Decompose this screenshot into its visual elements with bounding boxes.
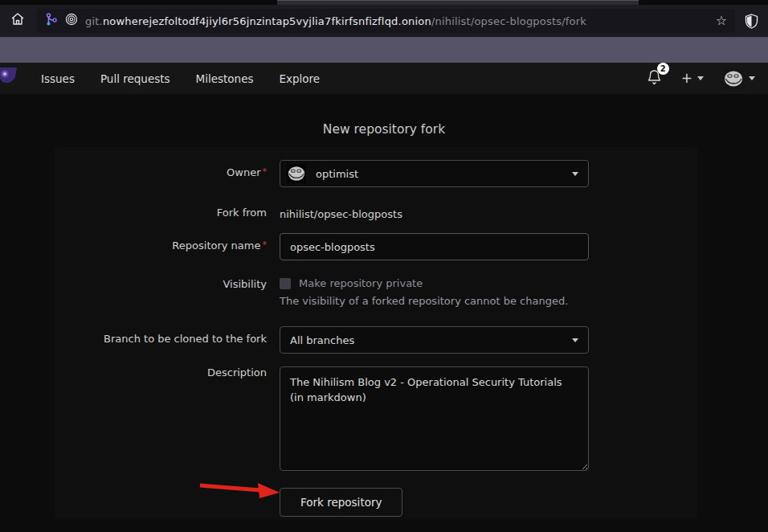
fork-from-row: Fork from nihilist/opsec-blogposts [55,203,697,223]
chevron-down-icon [572,338,578,342]
fork-from-label: Fork from [55,203,267,223]
page-content: New repository fork Owner* [0,94,768,532]
required-marker: * [263,166,268,177]
owner-selected-value: optimist [316,168,358,180]
page-title: New repository fork [0,122,768,137]
url-prefix: git. [85,15,103,27]
create-new-menu[interactable]: + [681,72,704,85]
site-logo[interactable] [0,64,25,93]
user-menu[interactable] [723,68,755,89]
submit-row: Fork repository [55,488,697,517]
nav-item-pull-requests[interactable]: Pull requests [100,72,170,85]
page-top-banner [0,37,768,63]
description-textarea[interactable]: The Nihilism Blog v2 - Operational Secur… [280,366,589,471]
fork-repository-button[interactable]: Fork repository [280,488,402,517]
private-checkbox-label: Make repository private [299,277,423,289]
url-bar[interactable]: git.nowherejezfoltodf4jiyl6r56jnzintap5v… [37,9,735,33]
visibility-label: Visibility [55,273,267,307]
bookmark-star-icon[interactable]: ☆ [716,14,727,27]
visibility-help-text: The visibility of a forked repository ca… [280,295,589,307]
nav-item-issues[interactable]: Issues [41,72,75,85]
visibility-row: Visibility Make repository private The v… [55,273,697,307]
avatar [723,68,744,89]
owner-avatar [287,164,306,183]
repo-name-label: Repository name* [55,233,267,260]
owner-label: Owner* [55,160,267,187]
chevron-down-icon [749,76,755,80]
shield-icon[interactable] [745,14,758,29]
repo-name-input[interactable] [280,233,589,260]
fork-form-panel: Owner* optimist [55,147,697,519]
repo-name-row: Repository name* [55,233,697,260]
owner-row: Owner* optimist [55,160,697,187]
browser-toolbar: git.nowherejezfoltodf4jiyl6r56jnzintap5v… [0,5,768,37]
url-text[interactable]: git.nowherejezfoltodf4jiyl6r56jnzintap5v… [85,15,586,27]
home-icon[interactable] [10,11,26,31]
branch-row: Branch to be cloned to the fork All bran… [55,326,697,354]
notification-count-badge: 2 [657,63,669,75]
nav-links: Issues Pull requests Milestones Explore [41,72,320,85]
private-checkbox[interactable] [280,278,291,289]
branch-selected-value: All branches [290,334,354,346]
url-path: /nihilist/opsec-blogposts/fork [431,15,586,27]
chevron-down-icon [697,76,704,80]
branch-select[interactable]: All branches [280,326,589,354]
owner-select[interactable]: optimist [280,160,589,187]
nav-item-milestones[interactable]: Milestones [196,72,254,85]
nav-item-explore[interactable]: Explore [280,72,321,85]
url-domain: nowherejezfoltodf4jiyl6r56jnzintap5vyjli… [103,15,431,27]
fork-from-value: nihilist/opsec-blogposts [280,203,589,223]
notifications-bell-icon[interactable]: 2 [647,69,662,88]
nav-right: 2 + [647,68,768,89]
branch-label: Branch to be cloned to the fork [55,326,267,354]
site-favicon-icon [45,13,58,29]
description-row: Description The Nihilism Blog v2 - Opera… [55,366,697,474]
plus-icon: + [681,72,692,85]
onion-site-icon[interactable] [65,13,78,29]
chevron-down-icon [572,172,578,176]
description-label: Description [55,366,267,474]
app-navbar: Issues Pull requests Milestones Explore … [0,63,768,94]
required-marker: * [263,239,268,250]
